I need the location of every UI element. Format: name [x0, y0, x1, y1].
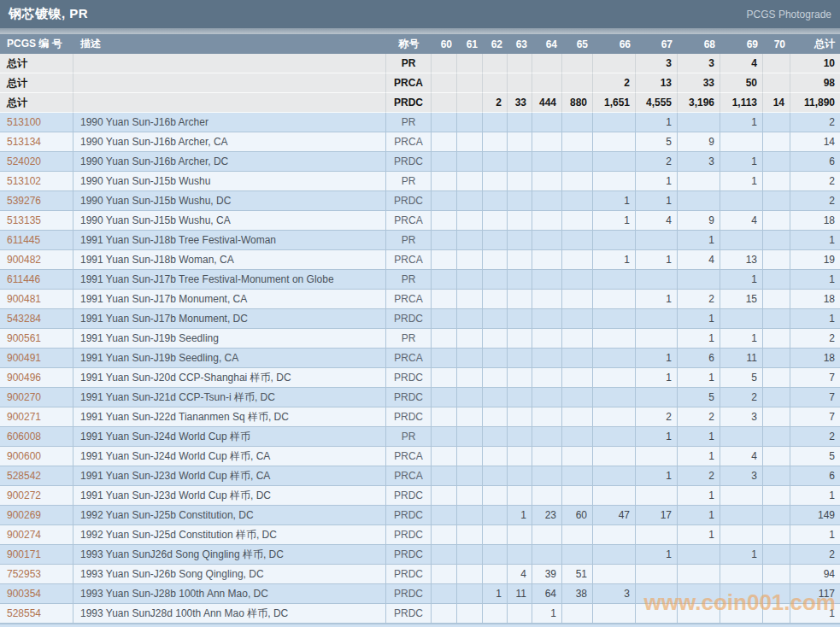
grade-cell-65 — [562, 152, 593, 172]
grade-cell-60 — [432, 172, 457, 191]
grade-cell-66 — [593, 407, 636, 427]
designation-cell: PRCA — [386, 349, 432, 368]
grade-cell-68: 5 — [678, 388, 720, 407]
grade-cell-66 — [593, 231, 636, 250]
grade-cell-70 — [763, 113, 790, 132]
grade-cell-61 — [457, 407, 483, 427]
grade-cell-67 — [636, 231, 678, 250]
coin-description: 1990 Yuan Sun-J16b Archer, CA — [73, 132, 386, 152]
row-total-cell: 1 — [790, 309, 840, 329]
grade-cell-66 — [593, 525, 636, 545]
pcgs-number-link[interactable]: 611446 — [0, 270, 73, 290]
pcgs-number-link[interactable]: 900561 — [0, 329, 73, 349]
pcgs-number-link[interactable]: 900496 — [0, 368, 73, 388]
grade-cell-62 — [483, 309, 508, 329]
grade-cell-70 — [763, 250, 790, 270]
summary-label: 总计 — [0, 54, 73, 73]
grade-cell-64 — [532, 152, 562, 172]
grade-cell-63 — [508, 231, 532, 250]
table-row: 9004961991 Yuan Sun-J20d CCP-Shanghai 样币… — [0, 368, 840, 388]
pcgs-number-link[interactable]: 528554 — [0, 604, 73, 624]
grade-cell-66: 47 — [593, 506, 636, 525]
pcgs-number-link[interactable]: 543284 — [0, 309, 73, 329]
pcgs-number-link[interactable]: 900600 — [0, 447, 73, 466]
pcgs-number-link[interactable]: 900269 — [0, 506, 73, 525]
grade-cell-65 — [562, 604, 593, 624]
grade-cell-69: 1 — [720, 152, 763, 172]
grade-cell-70 — [763, 290, 790, 309]
grade-cell-60 — [432, 525, 457, 545]
pcgs-number-link[interactable]: 539276 — [0, 191, 73, 211]
table-row: 5285421991 Yuan Sun-J23d World Cup 样币, C… — [0, 466, 840, 486]
pcgs-number-link[interactable]: 900491 — [0, 349, 73, 368]
coin-description: 1991 Yuan Sun-J23d World Cup 样币, CA — [73, 466, 386, 486]
pcgs-number-link[interactable]: 900171 — [0, 545, 73, 565]
grade-cell-70 — [763, 506, 790, 525]
coin-description: 1993 Yuan Sun-J26b Song Qingling, DC — [73, 565, 386, 584]
designation-cell: PRDC — [386, 565, 432, 584]
pcgs-number-link[interactable]: 900274 — [0, 525, 73, 545]
grade-cell-62 — [483, 132, 508, 152]
designation-cell: PRDC — [386, 152, 432, 172]
grade-cell-69: 3 — [720, 407, 763, 427]
grade-cell-65 — [562, 525, 593, 545]
pcgs-number-link[interactable]: 513102 — [0, 172, 73, 191]
grade-cell-69: 50 — [720, 73, 763, 93]
grade-cell-63 — [508, 604, 532, 624]
grade-cell-70 — [763, 525, 790, 545]
grade-cell-61 — [457, 427, 483, 447]
pcgs-number-link[interactable]: 528542 — [0, 466, 73, 486]
pcgs-number-link[interactable]: 900270 — [0, 388, 73, 407]
grade-cell-60 — [432, 506, 457, 525]
grade-cell-63 — [508, 290, 532, 309]
grade-cell-63 — [508, 250, 532, 270]
grade-cell-61 — [457, 73, 483, 93]
pcgs-number-link[interactable]: 513134 — [0, 132, 73, 152]
grade-cell-65 — [562, 329, 593, 349]
pcgs-number-link[interactable]: 900272 — [0, 486, 73, 506]
pcgs-number-link[interactable]: 606008 — [0, 427, 73, 447]
grade-cell-63: 4 — [508, 565, 532, 584]
grade-cell-61 — [457, 368, 483, 388]
grade-cell-62 — [483, 172, 508, 191]
grade-cell-67: 4 — [636, 211, 678, 231]
photograde-link[interactable]: PCGS Photograde — [747, 9, 831, 21]
pcgs-number-link[interactable]: 611445 — [0, 231, 73, 250]
grade-cell-60 — [432, 290, 457, 309]
pcgs-number-link[interactable]: 900271 — [0, 407, 73, 427]
pcgs-number-link[interactable]: 513135 — [0, 211, 73, 231]
grade-cell-60 — [432, 486, 457, 506]
table-row: 6114461991 Yuan Sun-J17b Tree Festival-M… — [0, 270, 840, 290]
pcgs-number-link[interactable]: 900354 — [0, 584, 73, 604]
table-row: 6060081991 Yuan Sun-J24d World Cup 样币PR1… — [0, 427, 840, 447]
column-header-65: 65 — [562, 34, 593, 54]
grade-cell-63 — [508, 466, 532, 486]
coin-description: 1991 Yuan Sun-J22d Tiananmen Sq 样币, DC — [73, 407, 386, 427]
designation-cell: PRDC — [386, 545, 432, 565]
grade-cell-66 — [593, 152, 636, 172]
grade-cell-68: 3 — [678, 152, 720, 172]
grade-cell-65 — [562, 427, 593, 447]
grade-cell-67: 1 — [636, 113, 678, 132]
pcgs-number-link[interactable]: 513100 — [0, 113, 73, 132]
pcgs-number-link[interactable]: 752953 — [0, 565, 73, 584]
table-row: 9002701991 Yuan Sun-J21d CCP-Tsun-i 样币, … — [0, 388, 840, 407]
grade-cell-62 — [483, 113, 508, 132]
grade-cell-64 — [532, 132, 562, 152]
grade-cell-68: 1 — [678, 427, 720, 447]
grade-cell-62 — [483, 604, 508, 624]
grade-cell-60 — [432, 250, 457, 270]
grade-cell-66 — [593, 329, 636, 349]
pcgs-number-link[interactable]: 900481 — [0, 290, 73, 309]
grade-cell-66 — [593, 132, 636, 152]
grade-cell-65 — [562, 349, 593, 368]
grade-cell-66 — [593, 270, 636, 290]
table-row: 9001711993 Yuan SunJ26d Song Qingling 样币… — [0, 545, 840, 565]
pcgs-number-link[interactable]: 524020 — [0, 152, 73, 172]
grade-cell-67 — [636, 584, 678, 604]
grade-cell-60 — [432, 231, 457, 250]
designation-cell: PR — [386, 270, 432, 290]
pcgs-number-link[interactable]: 900482 — [0, 250, 73, 270]
grade-cell-64 — [532, 250, 562, 270]
row-total-cell: 1 — [790, 525, 840, 545]
